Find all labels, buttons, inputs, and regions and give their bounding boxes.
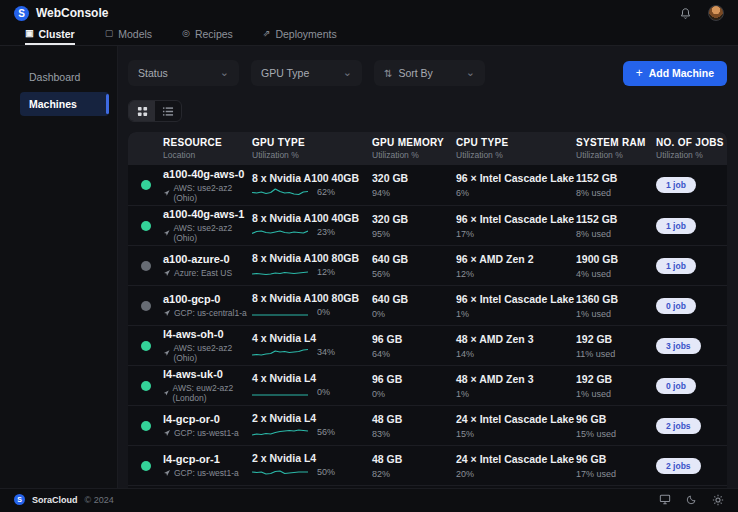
machine-location: GCP: us-west1-a xyxy=(163,428,252,438)
add-machine-label: Add Machine xyxy=(649,67,714,79)
gpu-memory: 48 GB xyxy=(372,453,456,465)
grid-icon xyxy=(137,106,148,117)
sidebar-item-machines[interactable]: Machines xyxy=(20,92,109,116)
footer-logo-icon: S xyxy=(14,494,25,505)
sidebar: DashboardMachines xyxy=(0,46,118,488)
machine-row[interactable]: a100-gcp-0GCP: us-central1-a8 x Nvidia A… xyxy=(128,285,727,325)
gpu-utilization: 56% xyxy=(317,427,335,437)
tab-recipes[interactable]: ◎Recipes xyxy=(182,26,233,45)
gpu-utilization-sparkline xyxy=(252,385,308,399)
machine-location: AWS: use2-az2 (Ohio) xyxy=(163,183,252,203)
user-avatar[interactable] xyxy=(708,5,724,21)
status-dot xyxy=(141,461,151,471)
gpu-utilization: 12% xyxy=(317,267,335,277)
footer-brand: SoraCloud xyxy=(32,495,78,505)
machines-table: RESOURCELocationGPU TYPEUtilization %GPU… xyxy=(128,132,727,488)
dropdown-label: Sort By xyxy=(398,67,432,79)
gpu-utilization: 0% xyxy=(317,387,330,397)
cpu-type: 96 × Intel Cascade Lake xyxy=(456,213,576,225)
location-icon xyxy=(163,309,171,317)
machine-location: GCP: us-central1-a xyxy=(163,308,252,318)
machine-name: l4-gcp-or-1 xyxy=(163,453,252,465)
machine-row[interactable]: l4-gcp-or-1GCP: us-west1-a2 x Nvidia L45… xyxy=(128,445,727,485)
tab-label: Models xyxy=(118,28,152,40)
system-ram: 1152 GB xyxy=(576,213,656,225)
display-icon[interactable] xyxy=(659,494,671,505)
gpu-memory-utilization: 94% xyxy=(372,188,456,198)
machine-location-label: AWS: use2-az2 (Ohio) xyxy=(173,183,252,203)
machine-row[interactable]: l4-aws-oh-0AWS: use2-az2 (Ohio)4 x Nvidi… xyxy=(128,325,727,365)
jobs-badge: 1 job xyxy=(656,177,696,193)
system-ram: 96 GB xyxy=(576,413,656,425)
gpu-type: 2 x Nvidia L4 xyxy=(252,452,372,464)
tab-deployments[interactable]: ⇗Deployments xyxy=(263,26,337,45)
dropdown-gpu-type[interactable]: GPU Type⌄ xyxy=(251,60,362,86)
machine-row[interactable]: l4-aws-uk-0AWS: euw2-az2 (London)4 x Nvi… xyxy=(128,365,727,405)
app-title: WebConsole xyxy=(36,6,108,20)
status-dot xyxy=(141,341,151,351)
gpu-memory: 640 GB xyxy=(372,253,456,265)
chevron-down-icon: ⌄ xyxy=(343,70,352,76)
cpu-type: 48 × AMD Zen 3 xyxy=(456,373,576,385)
machine-location-label: AWS: euw2-az2 (London) xyxy=(173,383,252,403)
primary-nav: ▣Cluster▢Models◎Recipes⇗Deployments xyxy=(0,26,738,46)
machine-name: a100-40g-aws-1 xyxy=(163,208,252,220)
machine-name: l4-gcp-or-0 xyxy=(163,413,252,425)
gpu-type: 2 x Nvidia L4 xyxy=(252,412,372,424)
sidebar-item-label: Dashboard xyxy=(29,71,80,83)
ram-utilization: 11% used xyxy=(576,349,656,359)
machine-row[interactable]: a100-40g-aws-1AWS: use2-az2 (Ohio)8 x Nv… xyxy=(128,205,727,245)
column-header-system-ram: SYSTEM RAMUtilization % xyxy=(576,137,656,160)
machine-location-label: GCP: us-west1-a xyxy=(174,468,239,478)
list-icon xyxy=(162,106,174,117)
system-ram: 96 GB xyxy=(576,453,656,465)
gpu-utilization-sparkline xyxy=(252,345,308,359)
column-header-resource: RESOURCELocation xyxy=(128,137,252,160)
footer-copyright: © 2024 xyxy=(85,495,114,505)
gpu-utilization-sparkline xyxy=(252,425,308,439)
list-view-button[interactable] xyxy=(155,101,181,121)
machine-row[interactable]: a100-azure-0Azure: East US8 x Nvidia A10… xyxy=(128,245,727,285)
ram-utilization: 8% used xyxy=(576,229,656,239)
cpu-type: 48 × AMD Zen 3 xyxy=(456,333,576,345)
column-header-no-of-jobs: NO. OF JOBSUtilization % xyxy=(656,137,727,160)
ram-utilization: 4% used xyxy=(576,269,656,279)
jobs-badge: 1 job xyxy=(656,218,696,234)
gpu-memory: 96 GB xyxy=(372,373,456,385)
system-ram: 192 GB xyxy=(576,333,656,345)
system-ram: 1152 GB xyxy=(576,172,656,184)
gpu-type: 8 x Nvidia A100 40GB xyxy=(252,212,372,224)
cpu-type: 24 × Intel Cascade Lake xyxy=(456,413,576,425)
ram-utilization: 1% used xyxy=(576,389,656,399)
system-ram: 192 GB xyxy=(576,373,656,385)
machine-name: a100-azure-0 xyxy=(163,253,252,265)
machine-row[interactable]: a100-40g-aws-0AWS: use2-az2 (Ohio)8 x Nv… xyxy=(128,165,727,205)
tab-cluster[interactable]: ▣Cluster xyxy=(25,26,75,45)
machine-row[interactable]: l4-gcp-or-0GCP: us-west1-a2 x Nvidia L45… xyxy=(128,405,727,445)
deployments-icon: ⇗ xyxy=(263,29,271,38)
dropdown-status[interactable]: Status⌄ xyxy=(128,60,239,86)
gpu-type: 4 x Nvidia L4 xyxy=(252,372,372,384)
gpu-utilization: 50% xyxy=(317,467,335,477)
machine-location-label: GCP: us-west1-a xyxy=(174,428,239,438)
cpu-type: 96 × AMD Zen 2 xyxy=(456,253,576,265)
machine-location-label: GCP: us-central1-a xyxy=(174,308,247,318)
cpu-type: 96 × Intel Cascade Lake xyxy=(456,293,576,305)
moon-icon[interactable] xyxy=(686,494,697,505)
machine-location: AWS: use2-az2 (Ohio) xyxy=(163,223,252,243)
sun-icon[interactable] xyxy=(712,494,724,506)
gpu-memory: 96 GB xyxy=(372,333,456,345)
ram-utilization: 17% used xyxy=(576,469,656,479)
gpu-utilization-sparkline xyxy=(252,185,308,199)
location-icon xyxy=(163,349,170,357)
notifications-bell-icon[interactable] xyxy=(679,7,692,20)
grid-view-button[interactable] xyxy=(129,101,155,121)
cpu-utilization: 15% xyxy=(456,429,576,439)
sidebar-item-dashboard[interactable]: Dashboard xyxy=(20,65,109,89)
tab-models[interactable]: ▢Models xyxy=(105,26,152,45)
dropdown-sort-by[interactable]: ⇅Sort By⌄ xyxy=(374,60,485,86)
add-machine-button[interactable]: + Add Machine xyxy=(623,61,727,86)
cpu-type: 96 × Intel Cascade Lake xyxy=(456,172,576,184)
footer: S SoraCloud © 2024 xyxy=(0,488,738,510)
app-logo-icon: S xyxy=(14,6,29,21)
